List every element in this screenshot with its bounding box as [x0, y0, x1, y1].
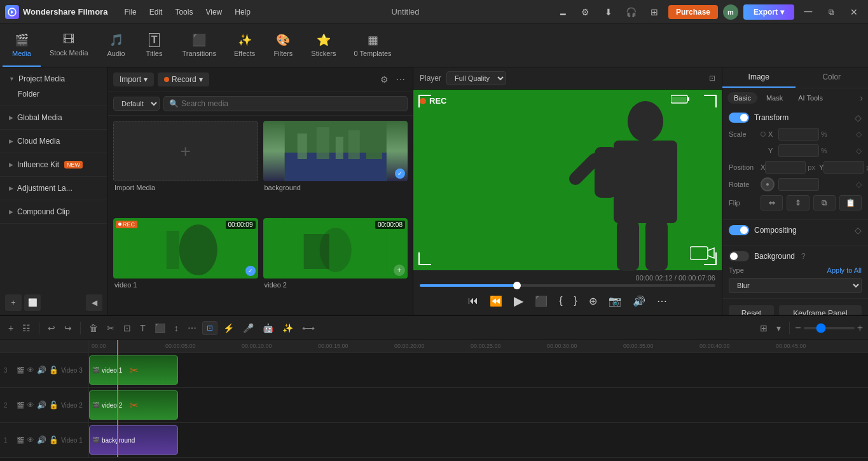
- menu-file[interactable]: File: [118, 5, 142, 19]
- zoom-in-btn[interactable]: +: [857, 322, 863, 334]
- track3-vis-btn[interactable]: 👁: [27, 366, 34, 375]
- add-folder-btn[interactable]: +: [5, 294, 22, 311]
- redo-btn[interactable]: ↪: [61, 321, 75, 335]
- window-min-btn[interactable]: ─: [799, 3, 817, 21]
- effects-tl-btn[interactable]: ✨: [279, 321, 296, 335]
- zoom-slider[interactable]: [804, 327, 855, 329]
- sidebar-item-compound-clip[interactable]: ▶ Compound Clip: [5, 204, 102, 219]
- settings-icon[interactable]: ⚙: [577, 3, 595, 21]
- minimize-window-icon[interactable]: 🗕: [554, 3, 572, 21]
- compositing-toggle[interactable]: [729, 225, 749, 235]
- out-point-btn[interactable]: }: [572, 292, 580, 309]
- transition-tl-btn[interactable]: ⟷: [299, 321, 318, 335]
- tab-media[interactable]: 🎬 Media: [3, 24, 41, 67]
- fullscreen-icon[interactable]: ⊡: [709, 74, 715, 83]
- menu-view[interactable]: View: [199, 5, 228, 19]
- download-icon[interactable]: ⬇: [600, 3, 617, 21]
- import-placeholder-item[interactable]: + Import Media: [113, 121, 258, 213]
- collapse-panel-btn[interactable]: ◀: [86, 294, 102, 311]
- tab-filters[interactable]: 🎨 Filters: [264, 24, 302, 67]
- rotate-input[interactable]: 0.00°: [778, 178, 819, 191]
- track3-mute-btn[interactable]: 🔊: [37, 366, 46, 375]
- snapshot-btn[interactable]: 📷: [606, 292, 624, 310]
- video2-media-item[interactable]: 00:00:08 + video 2: [263, 218, 408, 310]
- subtab-ai-tools[interactable]: AI Tools: [792, 92, 829, 104]
- crop-btn[interactable]: ⊡: [120, 321, 134, 335]
- window-max-btn[interactable]: ⧉: [822, 3, 840, 21]
- tab-transitions[interactable]: ⬛ Transitions: [174, 24, 225, 67]
- cut-btn[interactable]: ✂: [104, 321, 118, 335]
- settings-player-btn[interactable]: ⋯: [654, 292, 670, 310]
- subtab-mask[interactable]: Mask: [760, 92, 789, 104]
- zoom-out-btn[interactable]: −: [795, 322, 801, 334]
- tab-effects[interactable]: ✨ Effects: [225, 24, 264, 67]
- delete-clip-btn[interactable]: 🗑: [86, 321, 101, 335]
- flip-vertical-btn[interactable]: ⇕: [787, 195, 809, 210]
- progress-bar[interactable]: [420, 284, 715, 287]
- background-toggle[interactable]: [729, 251, 749, 261]
- menu-tools[interactable]: Tools: [169, 5, 199, 19]
- tab-stock-media[interactable]: 🎞 Stock Media: [41, 24, 97, 67]
- subtab-basic[interactable]: Basic: [727, 92, 757, 104]
- track1-lock-btn[interactable]: 🔓: [49, 436, 59, 444]
- play-btn[interactable]: ▶: [511, 291, 526, 311]
- add-track-btn[interactable]: +: [5, 321, 17, 335]
- import-button[interactable]: Import ▾: [113, 72, 154, 86]
- sidebar-item-adjustment[interactable]: ▶ Adjustment La...: [5, 181, 102, 196]
- tab-stickers[interactable]: ⭐ Stickers: [302, 24, 345, 67]
- reset-button[interactable]: Reset: [729, 305, 774, 315]
- frame-back-btn[interactable]: ⏪: [487, 292, 505, 310]
- undo-btn[interactable]: ↩: [45, 321, 59, 335]
- sidebar-item-global-media[interactable]: ▶ Global Media: [5, 110, 102, 125]
- apply-to-all-btn[interactable]: Apply to All: [827, 266, 862, 274]
- scale-x-input[interactable]: 100.00: [778, 128, 819, 141]
- more-options-btn[interactable]: ⋯: [394, 73, 408, 86]
- flip-copy-btn[interactable]: ⧉: [813, 195, 836, 210]
- ai-btn[interactable]: 🤖: [259, 321, 277, 335]
- quality-select[interactable]: Full Quality: [446, 71, 506, 85]
- sidebar-item-folder[interactable]: Folder: [5, 86, 102, 102]
- tl-group-btn[interactable]: ☷: [19, 321, 34, 335]
- sidebar-item-project-media[interactable]: ▼ Project Media: [5, 71, 102, 86]
- pos-x-input[interactable]: 0.00: [765, 161, 806, 174]
- flip-horizontal-btn[interactable]: ⇔: [761, 195, 783, 210]
- scale-y-input[interactable]: 100.00: [778, 144, 819, 157]
- clip-background[interactable]: 🎬 background: [89, 425, 178, 455]
- scale-y-reset-btn[interactable]: ◇: [856, 146, 862, 155]
- clip-video2[interactable]: 🎬 video 2 ✂: [89, 390, 178, 420]
- search-box[interactable]: 🔍: [163, 96, 408, 111]
- snap-btn[interactable]: ⊡: [202, 321, 217, 335]
- pos-y-input[interactable]: 0.00: [823, 161, 864, 174]
- video1-media-item[interactable]: REC 00:00:09 ✓ video 1: [113, 218, 258, 310]
- menu-help[interactable]: Help: [228, 5, 257, 19]
- background-type-select[interactable]: Blur: [729, 278, 862, 293]
- menu-edit[interactable]: Edit: [143, 5, 169, 19]
- text-btn[interactable]: T: [137, 321, 149, 335]
- track2-vis-btn[interactable]: 👁: [27, 401, 34, 409]
- progress-thumb[interactable]: [513, 282, 521, 289]
- tab-color[interactable]: Color: [796, 67, 869, 88]
- user-avatar[interactable]: m: [723, 4, 738, 20]
- tab-titles[interactable]: T Titles: [135, 24, 174, 67]
- delete-media-btn[interactable]: ⬜: [24, 294, 41, 311]
- track2-lock-btn[interactable]: 🔓: [49, 401, 59, 409]
- clip-video1[interactable]: 🎬 video 1 ✂: [89, 355, 178, 385]
- import-placeholder-thumb[interactable]: +: [113, 121, 258, 181]
- color-btn[interactable]: ⬛: [151, 321, 169, 335]
- transform-toggle[interactable]: [729, 113, 749, 123]
- step-back-btn[interactable]: ⏮: [465, 292, 481, 309]
- keyframe-panel-button[interactable]: Keyframe Panel: [779, 305, 862, 315]
- stop-btn[interactable]: ⬛: [532, 292, 550, 310]
- scale-x-reset-btn[interactable]: ◇: [856, 130, 862, 139]
- sidebar-item-influence-kit[interactable]: ▶ Influence Kit NEW: [5, 157, 102, 172]
- playhead[interactable]: [117, 340, 118, 457]
- background-media-item[interactable]: ✓ background: [263, 121, 408, 213]
- track2-mute-btn[interactable]: 🔊: [37, 401, 46, 409]
- in-point-btn[interactable]: {: [556, 292, 565, 309]
- rotate-knob[interactable]: [761, 177, 775, 191]
- tab-image[interactable]: Image: [722, 67, 796, 88]
- track1-vis-btn[interactable]: 👁: [27, 436, 34, 444]
- tl-settings-btn[interactable]: ▾: [773, 321, 784, 335]
- flip-paste-btn[interactable]: 📋: [839, 195, 862, 210]
- tl-layout-btn[interactable]: ⊞: [757, 321, 771, 335]
